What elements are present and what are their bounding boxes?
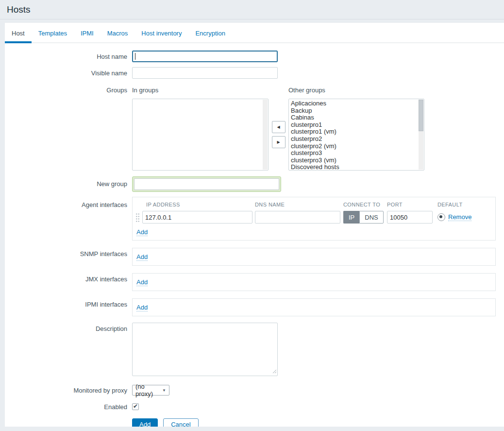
other-groups-listbox[interactable]: Aplicaciones Backup Cabinas clusterpro1 … (288, 99, 424, 171)
snmp-interfaces-row: SNMP interfaces Add (5, 248, 504, 266)
connect-dns-button[interactable]: DNS (359, 211, 383, 224)
page-title: Hosts (7, 4, 31, 15)
proxy-row: Monitored by proxy (no proxy) ▼ (5, 385, 504, 396)
connect-ip-button[interactable]: IP (343, 211, 359, 224)
groups-row: Groups In groups ◀ ▶ Other groups (5, 86, 504, 171)
tab-bar: Host Templates IPMI Macros Host inventor… (5, 23, 504, 43)
snmp-interfaces-label: SNMP interfaces (5, 248, 127, 258)
snmp-interfaces-box: Add (132, 248, 496, 266)
move-buttons: ◀ ▶ (269, 99, 288, 171)
list-item[interactable]: clusterpro3 (291, 150, 417, 157)
move-left-icon: ◀ (277, 125, 280, 129)
port-input[interactable] (387, 211, 433, 224)
list-item[interactable]: clusterpro2 (vm) (291, 143, 417, 150)
connect-to-toggle: IP DNS (343, 211, 384, 224)
agent-interfaces-label: Agent interfaces (5, 197, 127, 208)
list-item[interactable]: Aplicaciones (291, 100, 417, 107)
proxy-label: Monitored by proxy (5, 385, 127, 394)
agent-interface-row: IP DNS Remove (135, 211, 491, 224)
content-panel: Host Templates IPMI Macros Host inventor… (5, 23, 504, 427)
list-item[interactable]: Backup (291, 107, 417, 115)
ipmi-interfaces-box: Add (132, 298, 496, 316)
add-ipmi-interface-link[interactable]: Add (136, 304, 148, 311)
visible-name-input[interactable] (132, 67, 278, 79)
form-actions-row: Add Cancel (5, 418, 504, 427)
ip-address-input[interactable] (142, 211, 252, 224)
groups-label: Groups (5, 86, 127, 94)
description-label: Description (5, 323, 127, 332)
chevron-down-icon: ▼ (162, 388, 166, 393)
description-textarea[interactable] (132, 323, 278, 376)
description-row: Description (5, 323, 504, 378)
other-groups-scrollbar[interactable] (419, 100, 423, 170)
agent-interfaces-headers: IP ADDRESS DNS NAME CONNECT TO PORT DEFA… (135, 202, 491, 207)
remove-interface-link[interactable]: Remove (448, 213, 471, 221)
new-group-input[interactable] (134, 178, 279, 190)
list-item[interactable]: clusterpro2 (291, 136, 417, 143)
scrollbar-thumb[interactable] (419, 100, 423, 131)
tab-host-inventory[interactable]: Host inventory (134, 23, 188, 43)
connect-to-header: CONNECT TO (343, 202, 384, 207)
dns-name-input[interactable] (255, 211, 340, 224)
page: Hosts Host Templates IPMI Macros Host in… (0, 0, 504, 431)
tab-ipmi[interactable]: IPMI (74, 23, 101, 43)
move-right-icon: ▶ (277, 140, 280, 144)
new-group-row: New group (5, 176, 504, 192)
ip-address-header: IP ADDRESS (142, 202, 252, 207)
agent-interfaces-row: Agent interfaces IP ADDRESS DNS NAME CON… (5, 197, 504, 241)
add-agent-interface-link[interactable]: Add (136, 228, 148, 236)
ipmi-interfaces-row: IPMI interfaces Add (5, 298, 504, 316)
enabled-row: Enabled (5, 403, 504, 411)
add-button[interactable]: Add (132, 418, 158, 427)
jmx-interfaces-row: JMX interfaces Add (5, 273, 504, 291)
visible-name-row: Visible name (5, 67, 504, 79)
new-group-highlight (132, 176, 281, 192)
enabled-label: Enabled (5, 403, 127, 411)
proxy-select[interactable]: (no proxy) ▼ (132, 385, 169, 396)
host-form: Host name Visible name Groups In groups (5, 43, 504, 427)
other-groups-label: Other groups (288, 86, 424, 94)
dns-name-header: DNS NAME (255, 202, 340, 207)
in-groups-scrollbar[interactable] (263, 100, 268, 170)
add-snmp-interface-link[interactable]: Add (136, 253, 148, 261)
ipmi-interfaces-label: IPMI interfaces (5, 298, 127, 308)
list-item[interactable]: clusterpro3 (vm) (291, 157, 417, 164)
in-groups-listbox[interactable] (132, 99, 269, 171)
enabled-checkbox[interactable] (132, 403, 139, 410)
text-cursor (135, 53, 135, 60)
list-item[interactable]: Discovered hosts (291, 164, 417, 171)
page-header: Hosts (0, 0, 504, 19)
move-left-button[interactable]: ◀ (272, 121, 286, 133)
add-jmx-interface-link[interactable]: Add (136, 278, 148, 286)
jmx-interfaces-label: JMX interfaces (5, 273, 127, 283)
default-header: DEFAULT (437, 202, 463, 207)
new-group-label: New group (5, 176, 127, 188)
tab-encryption[interactable]: Encryption (188, 23, 232, 43)
drag-handle-icon[interactable] (135, 212, 140, 223)
cancel-button[interactable]: Cancel (163, 418, 198, 427)
port-header: PORT (387, 202, 433, 207)
visible-name-label: Visible name (5, 67, 127, 77)
agent-interfaces-box: IP ADDRESS DNS NAME CONNECT TO PORT DEFA… (132, 197, 496, 241)
list-item[interactable]: Cabinas (291, 114, 417, 121)
host-name-row: Host name (5, 51, 504, 62)
list-item[interactable]: clusterpro1 (291, 121, 417, 129)
default-radio[interactable] (437, 213, 445, 221)
tab-templates[interactable]: Templates (32, 23, 74, 43)
move-right-button[interactable]: ▶ (272, 136, 286, 148)
host-name-input[interactable] (132, 51, 278, 62)
host-name-label: Host name (5, 51, 127, 60)
in-groups-label: In groups (132, 86, 269, 94)
tab-host[interactable]: Host (5, 23, 32, 43)
proxy-selected-value: (no proxy) (135, 383, 158, 397)
tab-macros[interactable]: Macros (101, 23, 135, 43)
jmx-interfaces-box: Add (132, 273, 496, 291)
list-item[interactable]: clusterpro1 (vm) (291, 128, 417, 136)
